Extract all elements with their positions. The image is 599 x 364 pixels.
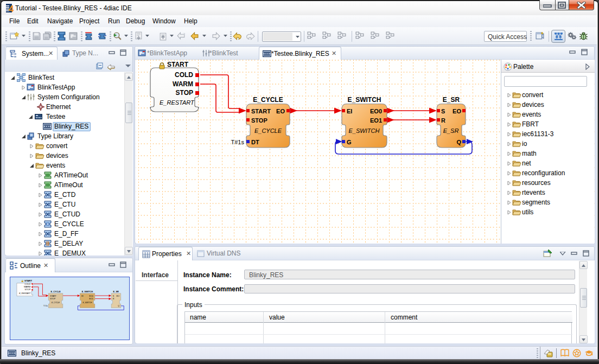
svg-text:STOP: STOP	[251, 117, 267, 124]
svg-text:EO: EO	[117, 295, 119, 297]
svg-text:WARM: WARM	[24, 285, 30, 288]
svg-text:START: START	[251, 108, 271, 114]
svg-text:R: R	[113, 298, 114, 300]
svg-text:STOP: STOP	[50, 298, 55, 300]
svg-text:E_RESTART: E_RESTART	[160, 99, 195, 106]
svg-text:E_SWITCH: E_SWITCH	[82, 290, 93, 293]
svg-text:START: START	[167, 61, 189, 68]
svg-text:EO1: EO1	[90, 298, 93, 300]
svg-text:EO: EO	[453, 108, 461, 114]
svg-text:E_SR: E_SR	[443, 127, 459, 134]
svg-text:R: R	[441, 117, 445, 124]
svg-text:S: S	[441, 108, 445, 114]
svg-text:STOP: STOP	[25, 288, 31, 291]
svg-text:E_CYCLE: E_CYCLE	[52, 302, 60, 304]
svg-text:EO1: EO1	[370, 117, 382, 124]
svg-text:EI: EI	[347, 108, 352, 114]
svg-text:T#1s: T#1s	[231, 139, 245, 145]
svg-text:COLD: COLD	[175, 71, 193, 79]
svg-text:EO: EO	[276, 108, 285, 114]
svg-text:4: 4	[9, 4, 14, 13]
svg-text:STOP: STOP	[176, 89, 193, 97]
svg-text:WARM: WARM	[173, 80, 193, 88]
svg-text:EI: EI	[81, 295, 83, 297]
svg-text:E_SWITCH: E_SWITCH	[349, 127, 380, 134]
svg-text:Q: Q	[118, 305, 119, 307]
svg-text:DT: DT	[251, 139, 259, 145]
svg-text:E_RESTART: E_RESTART	[19, 292, 31, 295]
svg-text:COLD: COLD	[24, 283, 30, 285]
svg-text:Q: Q	[456, 139, 461, 145]
svg-text:G: G	[347, 139, 352, 145]
svg-text:E_SR: E_SR	[113, 290, 119, 293]
svg-text:EO0: EO0	[90, 295, 93, 297]
svg-text:E_CYCLE: E_CYCLE	[254, 127, 282, 134]
svg-text:E_SWITCH: E_SWITCH	[82, 302, 92, 304]
svg-text:EO0: EO0	[370, 108, 382, 114]
svg-text:T#1s: T#1s	[43, 305, 48, 307]
svg-text:E_SR: E_SR	[443, 96, 460, 104]
svg-text:E_CYCLE: E_CYCLE	[50, 290, 61, 293]
svg-text:START: START	[50, 295, 56, 297]
svg-text:E_CYCLE: E_CYCLE	[253, 96, 283, 104]
svg-text:E_SWITCH: E_SWITCH	[347, 96, 381, 104]
